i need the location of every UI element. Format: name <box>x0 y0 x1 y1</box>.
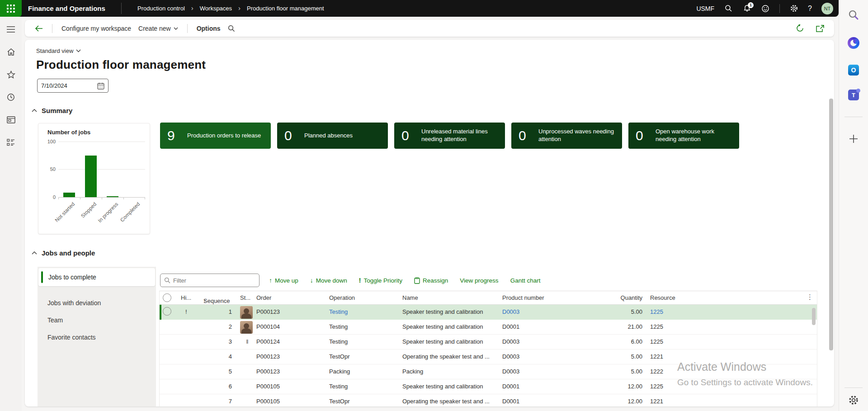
job-row[interactable]: 4P000123TestOprOperating the speaker tes… <box>160 350 817 364</box>
action-move-down[interactable]: ↓Move down <box>310 277 347 284</box>
left-navigation-rail <box>0 17 22 411</box>
cell-resource[interactable]: 1225 <box>650 308 663 315</box>
selected-tab-indicator <box>41 271 43 283</box>
job-row[interactable]: 6P000105TestingSpeaker testing and calib… <box>160 379 817 394</box>
calendar-icon[interactable] <box>97 82 104 90</box>
outlook-icon[interactable]: O <box>847 63 860 77</box>
job-row[interactable]: !1P000123TestingSpeaker testing and cali… <box>160 305 817 320</box>
cell-operation[interactable]: Testing <box>329 308 348 315</box>
cell-sequence: 4 <box>209 353 232 360</box>
cell-product-number: D0003 <box>502 338 519 345</box>
job-row[interactable]: 5P000123PackingPackingD00035.001222 <box>160 364 817 379</box>
tile-label: Open warehouse work needing attention <box>656 128 735 143</box>
teams-icon[interactable]: T <box>847 88 860 102</box>
summary-tile[interactable]: 0Planned absences <box>277 123 388 149</box>
refresh-icon[interactable] <box>796 24 804 33</box>
favorites-star-icon[interactable] <box>5 69 16 80</box>
cell-resource: 1221 <box>650 398 663 405</box>
app-launcher-button[interactable] <box>0 0 22 17</box>
feedback-smiley-icon[interactable] <box>761 4 770 13</box>
company-selector[interactable]: USMF <box>696 5 714 12</box>
column-header-name[interactable]: Name <box>402 294 418 301</box>
sidebar-settings-gear-icon[interactable] <box>847 393 860 407</box>
action-view-progress[interactable]: View progress <box>460 277 498 284</box>
job-row[interactable]: 3‖P000124TestingSpeaker testing and cali… <box>160 335 817 350</box>
tab-jobs-to-complete[interactable]: Jobs to complete <box>38 268 155 286</box>
summary-tile[interactable]: 0Unprocessed waves needing attention <box>511 123 622 149</box>
summary-tile[interactable]: 0Open warehouse work needing attention <box>628 123 739 149</box>
job-row[interactable]: 2P000104TestingSpeaker testing and calib… <box>160 320 817 335</box>
action-label: Move up <box>275 277 298 284</box>
breadcrumb-item[interactable]: Workspaces <box>200 5 232 12</box>
command-search-icon[interactable] <box>224 22 239 35</box>
cell-product-number: D0003 <box>502 353 519 360</box>
action-gantt-chart[interactable]: Gantt chart <box>510 277 541 284</box>
cell-name: Operating the speaker test and ... <box>402 398 490 405</box>
jobs-status-chart: Number of jobs 100 50 0 Not startedStopp… <box>38 123 150 234</box>
job-row[interactable]: 7P000105TestOprOperating the speaker tes… <box>160 394 817 406</box>
tile-label: Planned absences <box>304 132 353 140</box>
column-header-hierarchy[interactable]: Hi... <box>181 294 191 301</box>
cell-resource: 1225 <box>650 323 663 330</box>
summary-tile[interactable]: 9Production orders to release <box>160 123 271 149</box>
breadcrumb: Production control›Workspaces›Production… <box>137 0 324 17</box>
grid-filter[interactable] <box>160 274 259 287</box>
column-header-order[interactable]: Order <box>256 294 271 301</box>
exclamation-icon: ! <box>359 277 361 284</box>
breadcrumb-item[interactable]: Production floor management <box>247 5 324 12</box>
settings-gear-icon[interactable] <box>789 4 798 13</box>
view-selector[interactable]: Standard view <box>36 47 81 54</box>
filter-input[interactable] <box>173 277 250 284</box>
tile-count: 0 <box>636 128 649 143</box>
recent-clock-icon[interactable] <box>5 92 16 103</box>
tile-count: 0 <box>284 128 298 143</box>
tab-favorite-contacts[interactable]: Favorite contacts <box>38 329 156 346</box>
modules-list-icon[interactable] <box>5 137 16 148</box>
sidebar-add-icon[interactable] <box>847 132 860 146</box>
date-field[interactable] <box>37 79 108 93</box>
column-header-product[interactable]: Product number <box>502 294 544 301</box>
select-all-checkbox[interactable] <box>163 293 171 302</box>
action-toggle-priority[interactable]: !Toggle Priority <box>359 277 402 284</box>
column-header-quantity[interactable]: Quantity <box>593 294 642 301</box>
expand-menu-icon[interactable] <box>5 24 16 35</box>
sort-ascending-icon: ↑ <box>203 298 207 304</box>
column-header-operation[interactable]: Operation <box>329 294 355 301</box>
tab-team[interactable]: Team <box>38 312 156 329</box>
cell-product-number[interactable]: D0003 <box>502 308 519 315</box>
column-header-status[interactable]: St... <box>240 294 250 301</box>
search-icon[interactable] <box>724 4 733 13</box>
date-input[interactable] <box>41 82 91 89</box>
cell-quantity: 21.00 <box>593 323 642 330</box>
breadcrumb-item[interactable]: Production control <box>137 5 185 12</box>
page-scrollbar[interactable] <box>829 99 833 350</box>
action-label: Gantt chart <box>510 277 541 284</box>
configure-workspace-button[interactable]: Configure my workspace <box>58 22 135 35</box>
grid-options-icon[interactable]: ⋮ <box>807 293 813 301</box>
tile-label: Production orders to release <box>187 132 261 140</box>
create-new-button[interactable]: Create new <box>135 22 182 35</box>
cell-order: P000123 <box>256 353 280 360</box>
row-checkbox[interactable] <box>163 307 171 316</box>
tab-jobs-with-deviation[interactable]: Jobs with deviation <box>38 294 156 312</box>
action-move-up[interactable]: ↑Move up <box>269 277 298 284</box>
y-axis-tick: 50 <box>40 166 56 172</box>
action-reassign[interactable]: Reassign <box>414 277 448 284</box>
help-icon[interactable]: ? <box>808 5 812 13</box>
microsoft-365-icon[interactable] <box>847 36 860 50</box>
summary-section-header[interactable]: Summary <box>32 107 72 114</box>
home-icon[interactable] <box>5 47 16 57</box>
column-header-resource[interactable]: Resource <box>650 294 675 301</box>
chevron-down-icon <box>174 27 178 30</box>
back-button[interactable] <box>31 22 47 35</box>
sidebar-search-icon[interactable] <box>847 8 860 22</box>
user-avatar[interactable]: NT <box>821 3 833 14</box>
jobs-section-header[interactable]: Jobs and people <box>32 249 95 257</box>
grid-scrollbar[interactable] <box>812 308 816 325</box>
cell-sequence: 7 <box>209 398 232 405</box>
options-button[interactable]: Options <box>193 22 224 35</box>
summary-tile[interactable]: 0Unreleased material lines needing atten… <box>394 123 505 149</box>
open-in-new-window-icon[interactable] <box>816 25 824 32</box>
notifications-bell-icon[interactable]: 1 <box>742 4 751 13</box>
workspaces-icon[interactable] <box>5 114 16 125</box>
